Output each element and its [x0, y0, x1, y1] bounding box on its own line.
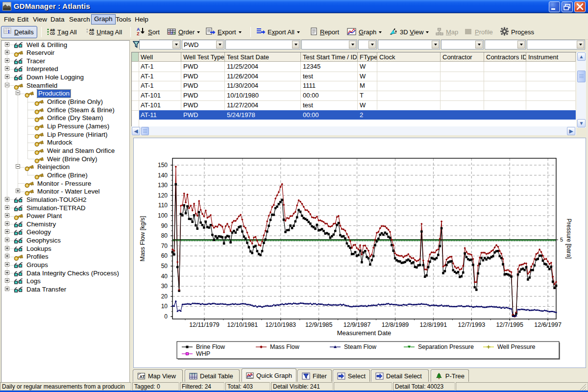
svg-text:100: 100 — [158, 212, 168, 219]
svg-text:Measurement Date: Measurement Date — [337, 329, 392, 337]
svg-text:Z: Z — [137, 31, 140, 36]
svg-text:0: 0 — [164, 313, 168, 320]
svg-text:CD: CD — [50, 32, 55, 35]
svg-text:12/9/1987: 12/9/1987 — [343, 321, 371, 328]
svg-text:2: 2 — [171, 31, 173, 34]
svg-text:Brine Flow: Brine Flow — [196, 343, 225, 350]
svg-text:Separation Pressure: Separation Pressure — [418, 343, 474, 350]
svg-text:12/8/1989: 12/8/1989 — [382, 321, 409, 328]
svg-text:12/7/1995: 12/7/1995 — [496, 321, 523, 328]
svg-text:50: 50 — [161, 263, 168, 270]
svg-text:Steam Flow: Steam Flow — [344, 343, 377, 350]
svg-text:1: 1 — [168, 31, 170, 34]
svg-text:130: 130 — [158, 182, 168, 189]
svg-text:40: 40 — [161, 273, 168, 280]
svg-text:150: 150 — [158, 162, 168, 169]
svg-text:12/10/1983: 12/10/1983 — [266, 321, 296, 328]
svg-text:80: 80 — [161, 232, 168, 239]
svg-text:3: 3 — [173, 31, 175, 34]
svg-text:140: 140 — [158, 172, 168, 179]
svg-text:110: 110 — [158, 202, 168, 209]
svg-text:12/10/1981: 12/10/1981 — [227, 321, 258, 328]
svg-text:120: 120 — [158, 192, 168, 199]
svg-text:90: 90 — [161, 222, 168, 229]
svg-text:Well Pressure: Well Pressure — [497, 343, 536, 350]
svg-text:AB: AB — [50, 28, 55, 32]
svg-text:30: 30 — [161, 283, 168, 290]
svg-text:12/7/1993: 12/7/1993 — [458, 321, 485, 328]
svg-text:CD: CD — [89, 32, 94, 35]
svg-text:70: 70 — [161, 243, 168, 249]
svg-text:AB: AB — [89, 28, 94, 32]
svg-text:12/9/1985: 12/9/1985 — [305, 321, 333, 328]
svg-text:60: 60 — [161, 252, 168, 259]
svg-text:10: 10 — [161, 303, 168, 310]
svg-text:5: 5 — [560, 237, 563, 243]
svg-text:WHP: WHP — [196, 350, 210, 357]
svg-text:12/6/1997: 12/6/1997 — [534, 321, 562, 328]
svg-text:12/11/1979: 12/11/1979 — [189, 321, 220, 328]
svg-text:20: 20 — [161, 293, 168, 300]
svg-text:Mass Flow: Mass Flow — [270, 343, 300, 350]
svg-text:Mass Flow [kg/s]: Mass Flow [kg/s] — [139, 216, 146, 261]
svg-text:12/8/1991: 12/8/1991 — [420, 321, 447, 328]
svg-text:Pressure [bara]: Pressure [bara] — [565, 219, 572, 259]
